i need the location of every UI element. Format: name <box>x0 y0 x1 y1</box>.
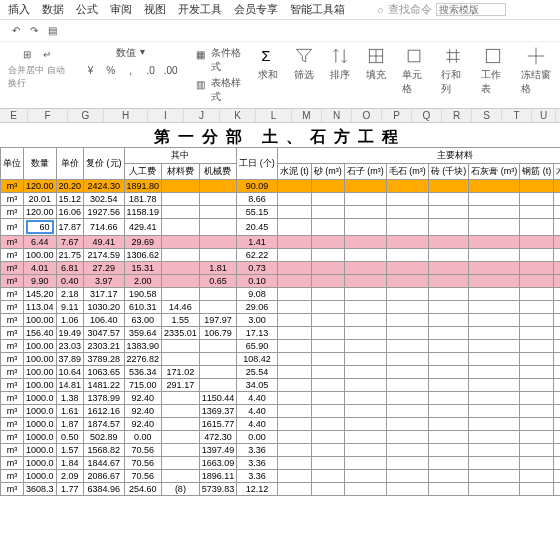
col-header-U[interactable]: U <box>532 109 556 122</box>
cell[interactable] <box>554 262 560 275</box>
cell[interactable] <box>386 236 428 249</box>
cell[interactable] <box>428 314 469 327</box>
cell[interactable]: m³ <box>1 444 24 457</box>
cell[interactable] <box>311 340 344 353</box>
cell[interactable] <box>469 483 520 496</box>
cell[interactable]: 2174.59 <box>84 249 125 262</box>
dec-inc-icon[interactable]: .0 <box>143 62 159 78</box>
cell[interactable] <box>277 444 311 457</box>
cell[interactable]: 19.49 <box>56 327 84 340</box>
tbl-style-icon[interactable]: ▥ <box>195 76 207 92</box>
cell[interactable] <box>311 431 344 444</box>
col-header-G[interactable]: G <box>68 109 104 122</box>
table-row[interactable]: m³156.4019.493047.57359.642335.01106.791… <box>1 327 561 340</box>
cell[interactable] <box>428 236 469 249</box>
cell[interactable]: 1000.0 <box>24 418 57 431</box>
cell[interactable]: 1896.11 <box>199 470 237 483</box>
numfmt-dropdown[interactable]: 数值 <box>116 46 136 60</box>
cell[interactable]: 1.57 <box>56 444 84 457</box>
cell[interactable] <box>428 288 469 301</box>
cell[interactable] <box>311 405 344 418</box>
cell[interactable]: 6.44 <box>24 236 57 249</box>
cell[interactable] <box>277 206 311 219</box>
cell[interactable]: 70.56 <box>124 444 162 457</box>
cell[interactable] <box>469 405 520 418</box>
cell[interactable] <box>469 262 520 275</box>
cell[interactable] <box>554 288 560 301</box>
cell[interactable] <box>520 180 554 193</box>
cell[interactable] <box>386 262 428 275</box>
table-row[interactable]: m³1000.01.871874.5792.401615.774.40 <box>1 418 561 431</box>
cell[interactable]: m³ <box>1 483 24 496</box>
col-header-H[interactable]: H <box>104 109 148 122</box>
cell[interactable] <box>311 249 344 262</box>
fill-button[interactable]: 填充 <box>366 46 386 104</box>
cell[interactable] <box>520 431 554 444</box>
cell[interactable] <box>520 457 554 470</box>
cell[interactable]: m³ <box>1 206 24 219</box>
cell[interactable]: 3047.57 <box>84 327 125 340</box>
cell[interactable] <box>469 392 520 405</box>
cell[interactable] <box>162 340 200 353</box>
table-row[interactable]: m³100.0010.641063.65536.34171.0225.54 <box>1 366 561 379</box>
cell[interactable] <box>311 470 344 483</box>
cell[interactable]: 429.41 <box>124 219 162 236</box>
cell[interactable]: m³ <box>1 327 24 340</box>
cell[interactable] <box>199 249 237 262</box>
cell[interactable]: 1383.90 <box>124 340 162 353</box>
cell[interactable] <box>162 206 200 219</box>
cell[interactable] <box>469 236 520 249</box>
cell[interactable]: 2276.82 <box>124 353 162 366</box>
col-header-K[interactable]: K <box>220 109 256 122</box>
cell[interactable]: 92.40 <box>124 392 162 405</box>
cell[interactable]: 62.22 <box>237 249 278 262</box>
dec-dec-icon[interactable]: .00 <box>163 62 179 78</box>
cell[interactable] <box>311 180 344 193</box>
cell[interactable] <box>277 249 311 262</box>
cell[interactable]: 1378.99 <box>84 392 125 405</box>
cell[interactable]: 1306.62 <box>124 249 162 262</box>
cell[interactable] <box>386 353 428 366</box>
tab-insert[interactable]: 插入 <box>8 2 30 17</box>
cell[interactable] <box>162 418 200 431</box>
table-row[interactable]: m³4.016.8127.2915.311.810.73 <box>1 262 561 275</box>
cell[interactable]: 190.58 <box>124 288 162 301</box>
cell[interactable] <box>277 483 311 496</box>
cell[interactable] <box>469 431 520 444</box>
cell[interactable] <box>311 206 344 219</box>
cell[interactable] <box>199 206 237 219</box>
cell[interactable] <box>311 262 344 275</box>
cell[interactable] <box>386 249 428 262</box>
cell[interactable]: m³ <box>1 262 24 275</box>
cell[interactable] <box>386 392 428 405</box>
cell[interactable]: 1150.44 <box>199 392 237 405</box>
cell[interactable] <box>520 483 554 496</box>
table-row[interactable]: m³6017.87714.66429.4120.45 <box>1 219 561 236</box>
col-header-F[interactable]: F <box>28 109 68 122</box>
cell[interactable] <box>311 288 344 301</box>
cell[interactable]: m³ <box>1 405 24 418</box>
tab-review[interactable]: 审阅 <box>110 2 132 17</box>
cell[interactable]: 715.00 <box>124 379 162 392</box>
cell[interactable] <box>162 262 200 275</box>
cell[interactable] <box>428 444 469 457</box>
cell[interactable] <box>344 236 386 249</box>
cell[interactable] <box>428 180 469 193</box>
cell[interactable]: 4.40 <box>237 418 278 431</box>
yen-icon[interactable]: ¥ <box>83 62 99 78</box>
cell[interactable] <box>428 249 469 262</box>
cell[interactable]: 1.77 <box>56 483 84 496</box>
cell[interactable] <box>162 470 200 483</box>
cell[interactable] <box>277 340 311 353</box>
cell[interactable]: m³ <box>1 180 24 193</box>
cell[interactable] <box>469 301 520 314</box>
cell[interactable]: 14.46 <box>162 301 200 314</box>
cell[interactable] <box>386 275 428 288</box>
cell[interactable] <box>520 193 554 206</box>
cell[interactable] <box>344 327 386 340</box>
cell[interactable]: m³ <box>1 301 24 314</box>
col-header-T[interactable]: T <box>502 109 532 122</box>
cell[interactable] <box>277 288 311 301</box>
cell[interactable]: 536.34 <box>124 366 162 379</box>
cell[interactable] <box>554 405 560 418</box>
